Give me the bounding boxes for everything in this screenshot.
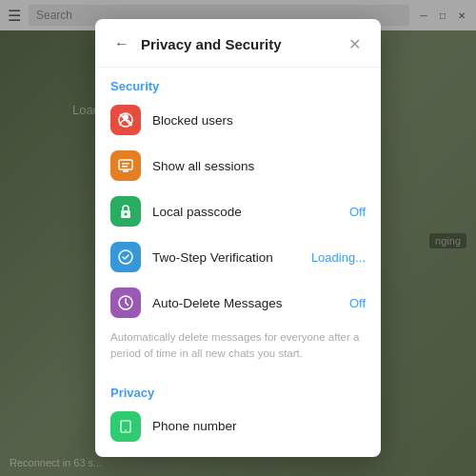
auto-delete-label: Auto-Delete Messages [152, 296, 338, 310]
phone-number-item[interactable]: Phone number [95, 404, 381, 449]
show-sessions-icon [110, 150, 141, 181]
svg-point-12 [125, 429, 127, 431]
phone-number-label: Phone number [152, 419, 366, 433]
auto-delete-item[interactable]: Auto-Delete Messages Off [95, 280, 381, 326]
local-passcode-icon [110, 196, 141, 227]
auto-delete-value: Off [349, 296, 366, 310]
dialog-title: Privacy and Security [141, 36, 335, 52]
back-button[interactable]: ← [110, 32, 133, 55]
svg-rect-3 [119, 160, 132, 169]
auto-delete-description: Automatically delete messages for everyo… [95, 326, 381, 374]
privacy-security-dialog: ← Privacy and Security ✕ Security Blocke… [95, 19, 381, 457]
show-sessions-label: Show all sessions [152, 159, 366, 173]
close-button[interactable]: ✕ [343, 32, 366, 55]
auto-delete-icon [110, 288, 141, 318]
dialog-body: Security Blocked users [95, 68, 381, 457]
local-passcode-label: Local passcode [152, 205, 338, 219]
blocked-users-icon [110, 105, 141, 135]
local-passcode-item[interactable]: Local passcode Off [95, 188, 381, 234]
two-step-value: Loading... [311, 250, 366, 265]
svg-rect-4 [122, 163, 129, 165]
last-seen-icon [110, 457, 141, 458]
local-passcode-value: Off [349, 205, 366, 219]
last-seen-item[interactable]: Last seen & online [95, 449, 381, 458]
security-section-header: Security [95, 68, 381, 97]
modal-overlay: ← Privacy and Security ✕ Security Blocke… [0, 0, 476, 476]
show-all-sessions-item[interactable]: Show all sessions [95, 143, 381, 188]
svg-rect-5 [122, 166, 128, 168]
svg-point-7 [125, 213, 128, 216]
two-step-label: Two-Step Verification [152, 250, 300, 265]
phone-number-icon [110, 411, 141, 442]
blocked-users-item[interactable]: Blocked users [95, 97, 381, 143]
dialog-header: ← Privacy and Security ✕ [95, 19, 381, 68]
blocked-users-label: Blocked users [152, 113, 366, 128]
two-step-icon [110, 242, 141, 272]
privacy-section-header: Privacy [95, 374, 381, 404]
two-step-verification-item[interactable]: Two-Step Verification Loading... [95, 234, 381, 280]
